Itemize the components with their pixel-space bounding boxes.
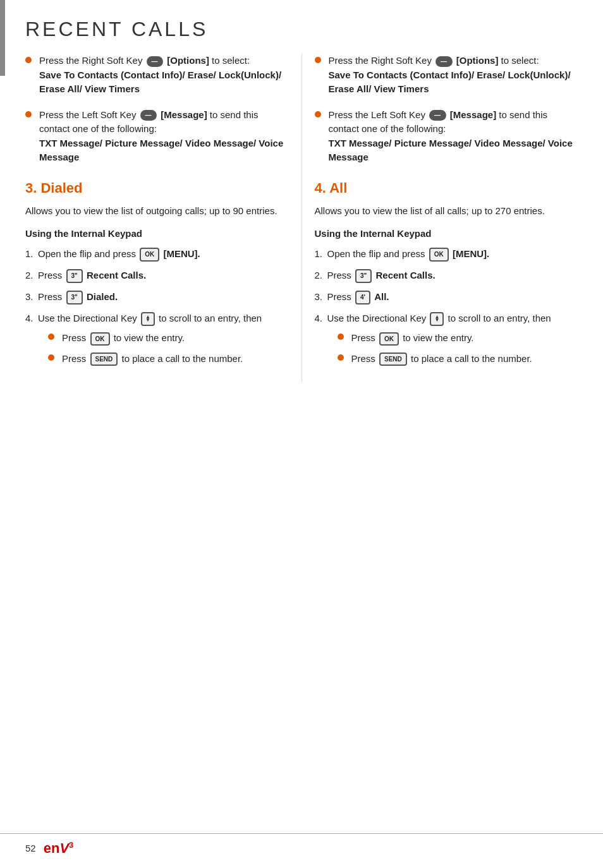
sub-item-text: Press OK to view the entry.: [62, 331, 185, 346]
options-values: Save To Contacts (Contact Info)/ Erase/ …: [39, 69, 281, 95]
recent-calls-label: Recent Calls.: [87, 270, 146, 280]
message-key-icon-r: ―: [429, 110, 446, 121]
all-label: All.: [374, 291, 389, 302]
section-4-number: 4.: [315, 180, 330, 196]
step-content: Use the Directional Key to scroll to an …: [38, 311, 289, 372]
step-4: 4. Use the Directional Key to scroll to …: [315, 311, 578, 372]
step-num: 4.: [25, 311, 38, 326]
step-content: Open the flip and press OK [MENU].: [327, 246, 578, 262]
step-2: 2. Press 3" Recent Calls.: [25, 268, 289, 283]
num3b-key-icon: 3": [66, 291, 83, 304]
sub-item: Press SEND to place a call to the number…: [338, 352, 578, 366]
bullet-icon: [25, 111, 32, 118]
dialed-label: Dialed.: [87, 291, 118, 302]
bullet-icon: [25, 57, 32, 63]
message-values: TXT Message/ Picture Message/ Video Mess…: [329, 138, 573, 163]
page-number: 52: [25, 836, 36, 853]
ok-key-icon: OK: [140, 248, 159, 262]
message-key-icon: ―: [140, 110, 157, 121]
step-num: 2.: [315, 268, 327, 283]
section-3-steps: 1. Open the flip and press OK [MENU]. 2.…: [25, 246, 289, 372]
bullet-icon: [48, 334, 54, 340]
options-key-icon: ―: [147, 56, 164, 67]
step-num: 1.: [315, 246, 327, 262]
options-key-icon-r: ―: [436, 56, 453, 67]
bullet-icon: [338, 334, 344, 340]
left-column: Press the Right Soft Key ― [Options] to …: [13, 54, 302, 382]
left-bullet-list: Press the Right Soft Key ― [Options] to …: [25, 54, 289, 165]
step-content: Open the flip and press OK [MENU].: [38, 246, 289, 262]
num4-key-icon-r: 4': [355, 291, 370, 304]
sub-item: Press OK to view the entry.: [48, 331, 289, 346]
key-label: [Options]: [456, 55, 499, 66]
step-2: 2. Press 3" Recent Calls.: [315, 268, 578, 283]
section-3-heading: 3. Dialed: [25, 180, 289, 196]
key-label: [Message]: [450, 109, 496, 120]
step-content: Use the Directional Key to scroll to an …: [327, 311, 578, 372]
menu-label: [MENU].: [453, 248, 489, 259]
menu-label: [MENU].: [163, 248, 200, 259]
sub-item-text: Press OK to view the entry.: [351, 331, 474, 346]
sub-item: Press OK to view the entry.: [338, 331, 578, 346]
list-item: Press the Left Soft Key ― [Message] to s…: [25, 108, 289, 165]
message-values: TXT Message/ Picture Message/ Video Mess…: [39, 138, 283, 163]
bullet-icon: [315, 57, 321, 63]
section-3-title: Dialed: [40, 180, 82, 196]
main-columns: Press the Right Soft Key ― [Options] to …: [0, 54, 603, 382]
step-1: 1. Open the flip and press OK [MENU].: [25, 246, 289, 262]
right-bullet-list: Press the Right Soft Key ― [Options] to …: [315, 54, 578, 165]
directional-key-icon-r: [430, 312, 444, 326]
sub-item-text: Press SEND to place a call to the number…: [62, 352, 243, 366]
bullet-text: Press the Left Soft Key ― [Message] to s…: [39, 108, 289, 165]
step-num: 2.: [25, 268, 38, 283]
step-4-subitems-r: Press OK to view the entry. Press SEND t…: [327, 331, 578, 366]
list-item: Press the Right Soft Key ― [Options] to …: [25, 54, 289, 97]
right-column: Press the Right Soft Key ― [Options] to …: [302, 54, 591, 382]
bullet-text: Press the Left Soft Key ― [Message] to s…: [329, 108, 578, 165]
num3-key-icon: 3": [66, 269, 83, 283]
ok-key-icon-r: OK: [429, 248, 449, 262]
key-label: [Message]: [161, 109, 207, 120]
list-item: Press the Right Soft Key ― [Options] to …: [315, 54, 578, 97]
section-4-title: All: [329, 180, 347, 196]
section-4-steps: 1. Open the flip and press OK [MENU]. 2.…: [315, 246, 578, 372]
section-3-description: Allows you to view the list of outgoing …: [25, 204, 289, 219]
page-footer: 52 enV3: [0, 833, 603, 857]
step-3: 3. Press 4' All.: [315, 289, 578, 304]
step-4-subitems: Press OK to view the entry. Press SEND t…: [38, 331, 289, 366]
bullet-text: Press the Right Soft Key ― [Options] to …: [39, 54, 289, 97]
key-label: [Options]: [167, 55, 209, 66]
bullet-text: Press the Right Soft Key ― [Options] to …: [329, 54, 578, 97]
logo-sup: 3: [69, 840, 73, 850]
ok-sub-key-icon-r: OK: [379, 332, 399, 346]
brand-logo: enV3: [44, 834, 74, 857]
step-4: 4. Use the Directional Key to scroll to …: [25, 311, 289, 372]
recent-calls-label: Recent Calls.: [376, 270, 436, 280]
step-1: 1. Open the flip and press OK [MENU].: [315, 246, 578, 262]
bullet-icon: [48, 354, 54, 361]
page-title: RECENT CALLS: [0, 0, 603, 54]
logo-v: V: [59, 840, 69, 856]
section-4-heading: 4. All: [315, 180, 578, 196]
num3-key-icon-r: 3": [355, 269, 372, 283]
section-4-description: Allows you to view the list of all calls…: [315, 204, 578, 219]
sub-item: Press SEND to place a call to the number…: [48, 352, 289, 366]
section-3-subsection: Using the Internal Keypad: [25, 228, 289, 239]
step-num: 3.: [25, 289, 38, 304]
accent-bar: [0, 0, 5, 76]
section-4-subsection: Using the Internal Keypad: [315, 228, 578, 239]
page: RECENT CALLS Press the Right Soft Key ― …: [0, 0, 603, 868]
step-3: 3. Press 3" Dialed.: [25, 289, 289, 304]
step-content: Press 3" Recent Calls.: [327, 268, 578, 283]
section-3-number: 3.: [25, 180, 40, 196]
list-item: Press the Left Soft Key ― [Message] to s…: [315, 108, 578, 165]
step-num: 3.: [315, 289, 327, 304]
bullet-icon: [338, 354, 344, 361]
ok-sub-key-icon: OK: [90, 332, 110, 346]
step-num: 4.: [315, 311, 327, 326]
step-content: Press 4' All.: [327, 289, 578, 304]
step-content: Press 3" Recent Calls.: [38, 268, 289, 283]
options-values: Save To Contacts (Contact Info)/ Erase/ …: [329, 69, 571, 95]
sub-item-text: Press SEND to place a call to the number…: [351, 352, 532, 366]
step-num: 1.: [25, 246, 38, 262]
